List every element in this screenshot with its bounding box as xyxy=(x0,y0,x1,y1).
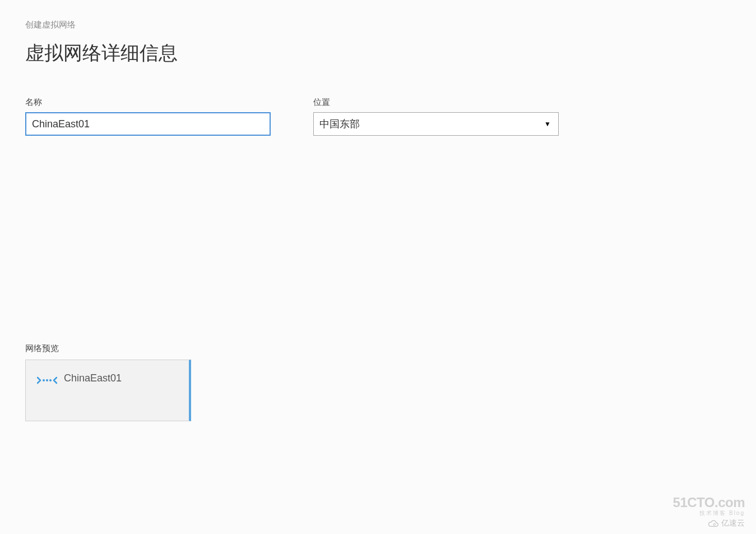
breadcrumb: 创建虚拟网络 xyxy=(25,20,731,30)
svg-point-1 xyxy=(46,379,48,381)
watermark-primary: 51CTO.com xyxy=(673,496,745,509)
svg-point-2 xyxy=(49,379,52,381)
svg-point-0 xyxy=(43,379,45,381)
page-title: 虚拟网络详细信息 xyxy=(25,40,731,66)
location-field-group: 位置 中国东部 ▼ xyxy=(313,97,559,136)
preview-box[interactable]: ChinaEast01 xyxy=(25,360,191,421)
name-label: 名称 xyxy=(25,97,271,108)
watermark: 51CTO.com 技术博客 Blog 亿速云 xyxy=(673,496,745,528)
location-label: 位置 xyxy=(313,97,559,108)
preview-name: ChinaEast01 xyxy=(64,372,122,384)
watermark-secondary: 亿速云 xyxy=(721,518,745,528)
name-field-group: 名称 xyxy=(25,97,271,136)
svg-point-3 xyxy=(713,523,715,525)
cloud-icon xyxy=(708,519,719,528)
network-icon xyxy=(37,374,57,389)
name-input[interactable] xyxy=(25,112,271,136)
preview-label: 网络预览 xyxy=(25,343,731,354)
watermark-primary-sub: 技术博客 Blog xyxy=(699,509,745,517)
location-select[interactable]: 中国东部 xyxy=(313,112,559,136)
